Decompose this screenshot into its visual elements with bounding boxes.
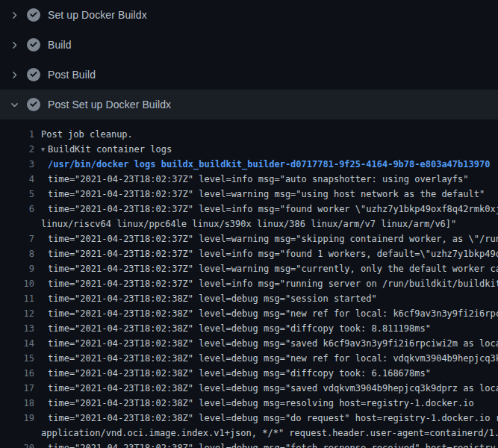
log-text: Post job cleanup.: [34, 127, 133, 142]
log-row: 7 time="2021-04-23T18:02:37Z" level=warn…: [0, 231, 498, 246]
log-row: 12 time="2021-04-23T18:02:38Z" level=deb…: [0, 306, 498, 321]
log-row: 3 /usr/bin/docker logs buildx_buildkit_b…: [0, 157, 498, 172]
log-text: time="2021-04-23T18:02:37Z" level=info m…: [34, 276, 498, 291]
log-text: time="2021-04-23T18:02:38Z" level=debug …: [34, 396, 474, 411]
log-row: 1 Post job cleanup.: [0, 127, 498, 142]
log-text: time="2021-04-23T18:02:38Z" level=debug …: [34, 351, 498, 366]
actions-log-viewer: Set up Docker Buildx Build Post Build Po…: [0, 0, 498, 448]
command-text: /usr/bin/docker logs buildx_buildkit_bui…: [34, 157, 490, 172]
log-text: ▼BuildKit container logs: [34, 142, 172, 157]
log-text: time="2021-04-23T18:02:38Z" level=debug …: [34, 321, 431, 336]
step-title: Post Set up Docker Buildx: [48, 99, 171, 111]
log-text: time="2021-04-23T18:02:37Z" level=warnin…: [34, 187, 485, 202]
log-row: application/vnd.oci.image.index.v1+json,…: [0, 426, 498, 441]
log-text: time="2021-04-23T18:02:37Z" level=warnin…: [34, 231, 498, 246]
chevron-right-icon: [8, 9, 20, 21]
step-header-build[interactable]: Build: [0, 30, 498, 60]
line-number[interactable]: 7: [0, 231, 34, 246]
line-number[interactable]: 3: [0, 157, 34, 172]
log-text: application/vnd.oci.image.index.v1+json,…: [34, 426, 498, 441]
log-row: 14 time="2021-04-23T18:02:38Z" level=deb…: [0, 336, 498, 351]
log-row: 20 time="2021-04-23T18:02:38Z" level=deb…: [0, 441, 498, 448]
log-text: time="2021-04-23T18:02:37Z" level=warnin…: [34, 261, 498, 276]
log-group-toggle[interactable]: 2 ▼BuildKit container logs: [0, 142, 498, 157]
log-text: time="2021-04-23T18:02:37Z" level=info m…: [34, 246, 498, 261]
line-number[interactable]: 18: [0, 396, 34, 411]
line-number[interactable]: 11: [0, 291, 34, 306]
line-number[interactable]: 13: [0, 321, 34, 336]
log-row: 5 time="2021-04-23T18:02:37Z" level=warn…: [0, 187, 498, 202]
line-number[interactable]: 12: [0, 306, 34, 321]
triangle-down-icon: ▼: [41, 142, 48, 157]
line-number: [0, 217, 34, 231]
log-text: time="2021-04-23T18:02:37Z" level=info m…: [34, 202, 498, 217]
log-row: 8 time="2021-04-23T18:02:37Z" level=info…: [0, 246, 498, 261]
log-text: time="2021-04-23T18:02:38Z" level=debug …: [34, 441, 498, 448]
line-number[interactable]: 10: [0, 276, 34, 291]
line-number[interactable]: 2: [0, 142, 34, 157]
log-row: 15 time="2021-04-23T18:02:38Z" level=deb…: [0, 351, 498, 366]
step-header-post-set-up-docker-buildx[interactable]: Post Set up Docker Buildx: [0, 90, 498, 119]
chevron-down-icon: [8, 99, 20, 111]
log-row: 13 time="2021-04-23T18:02:38Z" level=deb…: [0, 321, 498, 336]
line-number[interactable]: 19: [0, 411, 34, 426]
step-header-post-build[interactable]: Post Build: [0, 60, 498, 90]
group-label: BuildKit container logs: [48, 144, 172, 155]
step-title: Post Build: [48, 69, 96, 81]
check-circle-icon: [27, 68, 40, 81]
check-circle-icon: [27, 38, 40, 52]
step-title: Set up Docker Buildx: [48, 9, 147, 21]
log-text: time="2021-04-23T18:02:38Z" level=debug …: [34, 336, 498, 351]
log-row: linux/riscv64 linux/ppc64le linux/s390x …: [0, 217, 498, 231]
log-row: 19 time="2021-04-23T18:02:38Z" level=deb…: [0, 411, 498, 426]
log-text: time="2021-04-23T18:02:38Z" level=debug …: [34, 291, 377, 306]
line-number: [0, 426, 34, 441]
log-text: time="2021-04-23T18:02:38Z" level=debug …: [34, 366, 431, 381]
line-number[interactable]: 14: [0, 336, 34, 351]
line-number[interactable]: 16: [0, 366, 34, 381]
log-row: 4 time="2021-04-23T18:02:37Z" level=info…: [0, 172, 498, 187]
log-row: 10 time="2021-04-23T18:02:37Z" level=inf…: [0, 276, 498, 291]
step-title: Build: [48, 39, 72, 51]
chevron-right-icon: [8, 69, 20, 81]
line-number[interactable]: 8: [0, 246, 34, 261]
log-text: time="2021-04-23T18:02:37Z" level=info m…: [34, 172, 469, 187]
line-number[interactable]: 4: [0, 172, 34, 187]
log-row: 18 time="2021-04-23T18:02:38Z" level=deb…: [0, 396, 498, 411]
log-row: 16 time="2021-04-23T18:02:38Z" level=deb…: [0, 366, 498, 381]
line-number[interactable]: 5: [0, 187, 34, 202]
line-number[interactable]: 9: [0, 261, 34, 276]
line-number[interactable]: 20: [0, 441, 34, 448]
log-row: 11 time="2021-04-23T18:02:38Z" level=deb…: [0, 291, 498, 306]
log-row: 9 time="2021-04-23T18:02:37Z" level=warn…: [0, 261, 498, 276]
line-number[interactable]: 17: [0, 381, 34, 396]
steps-list: Set up Docker Buildx Build Post Build Po…: [0, 0, 498, 119]
log-row: 17 time="2021-04-23T18:02:38Z" level=deb…: [0, 381, 498, 396]
line-number[interactable]: 6: [0, 202, 34, 217]
chevron-right-icon: [8, 39, 20, 51]
line-number[interactable]: 1: [0, 127, 34, 142]
log-content: 1 Post job cleanup. 2 ▼BuildKit containe…: [0, 119, 498, 448]
log-text: time="2021-04-23T18:02:38Z" level=debug …: [34, 381, 498, 396]
log-text: linux/riscv64 linux/ppc64le linux/s390x …: [34, 217, 456, 231]
line-number[interactable]: 15: [0, 351, 34, 366]
check-circle-icon: [27, 98, 40, 111]
check-circle-icon: [27, 8, 40, 22]
step-header-set-up-docker-buildx[interactable]: Set up Docker Buildx: [0, 0, 498, 30]
log-text: time="2021-04-23T18:02:38Z" level=debug …: [34, 411, 498, 426]
log-text: time="2021-04-23T18:02:38Z" level=debug …: [34, 306, 498, 321]
log-row: 6 time="2021-04-23T18:02:37Z" level=info…: [0, 202, 498, 217]
